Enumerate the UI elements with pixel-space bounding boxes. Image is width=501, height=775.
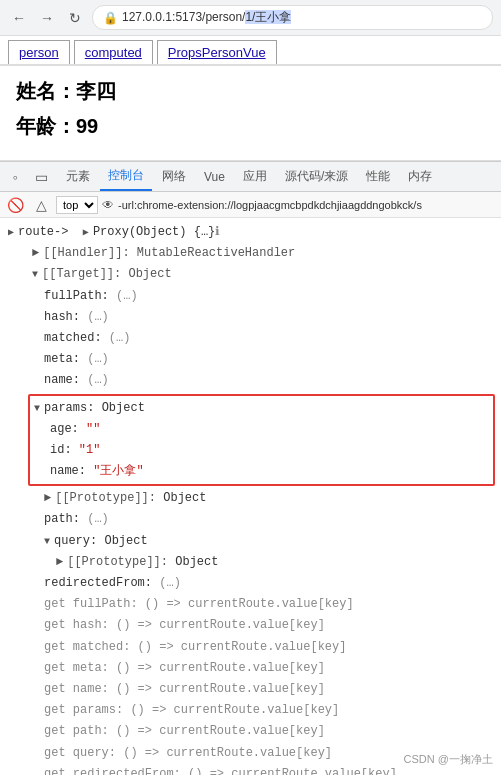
target-expand-icon[interactable] bbox=[32, 265, 38, 284]
age-display: 年龄：99 bbox=[16, 113, 485, 140]
context-select[interactable]: top bbox=[56, 196, 98, 214]
params-block: params: Object age: "" id: "1" name: "王小… bbox=[28, 394, 495, 487]
tab-person[interactable]: person bbox=[8, 40, 70, 64]
console-output: route-> Proxy(Object) {…} ℹ ► [[Handler]… bbox=[0, 218, 501, 775]
tab-memory[interactable]: 内存 bbox=[400, 163, 440, 190]
watermark: CSDN @一掬净土 bbox=[404, 752, 493, 767]
params-expand-icon[interactable] bbox=[34, 399, 40, 418]
get-meta-line: get meta: () => currentRoute.value[key] bbox=[0, 658, 501, 679]
address-bar[interactable]: 🔒 127.0.0.1:5173/person/1/王小拿 bbox=[92, 5, 493, 30]
proto1-expand-icon[interactable]: ► bbox=[44, 489, 51, 508]
query-expand-icon[interactable] bbox=[44, 532, 50, 551]
hash-line: hash: (…) bbox=[0, 307, 501, 328]
tab-elements[interactable]: 元素 bbox=[58, 163, 98, 190]
prototype1-line: ► [[Prototype]]: Object bbox=[0, 488, 501, 509]
forward-button[interactable]: → bbox=[36, 7, 58, 29]
back-button[interactable]: ← bbox=[8, 7, 30, 29]
refresh-button[interactable]: ↻ bbox=[64, 7, 86, 29]
tab-application[interactable]: 应用 bbox=[235, 163, 275, 190]
console-filter-input[interactable] bbox=[118, 199, 497, 211]
matched-line: matched: (…) bbox=[0, 328, 501, 349]
params-name-line: name: "王小拿" bbox=[30, 461, 493, 482]
address-url: 127.0.0.1:5173/person/1/王小拿 bbox=[122, 9, 291, 26]
name-line: name: (…) bbox=[0, 370, 501, 391]
query-proto-expand-icon[interactable]: ► bbox=[56, 553, 63, 572]
tab-network[interactable]: 网络 bbox=[154, 163, 194, 190]
browser-chrome: ← → ↻ 🔒 127.0.0.1:5173/person/1/王小拿 bbox=[0, 0, 501, 36]
meta-line: meta: (…) bbox=[0, 349, 501, 370]
redirectedfrom-line: redirectedFrom: (…) bbox=[0, 573, 501, 594]
clear-console-icon[interactable]: 🚫 bbox=[4, 194, 26, 216]
query-proto-line: ► [[Prototype]]: Object bbox=[0, 552, 501, 573]
console-toolbar: 🚫 △ top 👁 bbox=[0, 192, 501, 218]
tab-computed[interactable]: computed bbox=[74, 40, 153, 64]
lock-icon: 🔒 bbox=[103, 11, 118, 25]
params-line: params: Object bbox=[30, 398, 493, 419]
device-icon[interactable]: ▭ bbox=[30, 166, 52, 188]
devtools-icon-group: ◦ ▭ bbox=[4, 166, 52, 188]
page-tab-bar: person computed PropsPersonVue bbox=[0, 36, 501, 66]
get-params-line: get params: () => currentRoute.value[key… bbox=[0, 700, 501, 721]
expand-proxy-icon[interactable] bbox=[83, 223, 89, 242]
target-line: [[Target]]: Object bbox=[0, 264, 501, 285]
fullpath-line: fullPath: (…) bbox=[0, 286, 501, 307]
get-name-line: get name: () => currentRoute.value[key] bbox=[0, 679, 501, 700]
devtools-tab-bar: ◦ ▭ 元素 控制台 网络 Vue 应用 源代码/来源 性能 内存 bbox=[0, 162, 501, 192]
get-hash-line: get hash: () => currentRoute.value[key] bbox=[0, 615, 501, 636]
inspect-icon[interactable]: ◦ bbox=[4, 166, 26, 188]
route-line: route-> Proxy(Object) {…} ℹ bbox=[0, 222, 501, 243]
path-line: path: (…) bbox=[0, 509, 501, 530]
query-line: query: Object bbox=[0, 531, 501, 552]
tab-vue[interactable]: Vue bbox=[196, 165, 233, 189]
tab-performance[interactable]: 性能 bbox=[358, 163, 398, 190]
name-display: 姓名：李四 bbox=[16, 78, 485, 105]
get-matched-line: get matched: () => currentRoute.value[ke… bbox=[0, 637, 501, 658]
params-age-line: age: "" bbox=[30, 419, 493, 440]
tab-sources[interactable]: 源代码/来源 bbox=[277, 163, 356, 190]
handler-line: ► [[Handler]]: MutableReactiveHandler bbox=[0, 243, 501, 264]
tab-console[interactable]: 控制台 bbox=[100, 162, 152, 191]
get-fullpath-line: get fullPath: () => currentRoute.value[k… bbox=[0, 594, 501, 615]
tab-propspersonvue[interactable]: PropsPersonVue bbox=[157, 40, 277, 64]
filter-icon[interactable]: △ bbox=[30, 194, 52, 216]
devtools-panel: ◦ ▭ 元素 控制台 网络 Vue 应用 源代码/来源 性能 内存 🚫 △ to… bbox=[0, 161, 501, 775]
page-content: 姓名：李四 年龄：99 bbox=[0, 66, 501, 161]
get-path-line: get path: () => currentRoute.value[key] bbox=[0, 721, 501, 742]
eye-icon[interactable]: 👁 bbox=[102, 198, 114, 212]
handler-expand-icon[interactable]: ► bbox=[32, 244, 39, 263]
params-id-line: id: "1" bbox=[30, 440, 493, 461]
expand-route-icon[interactable] bbox=[8, 223, 14, 242]
